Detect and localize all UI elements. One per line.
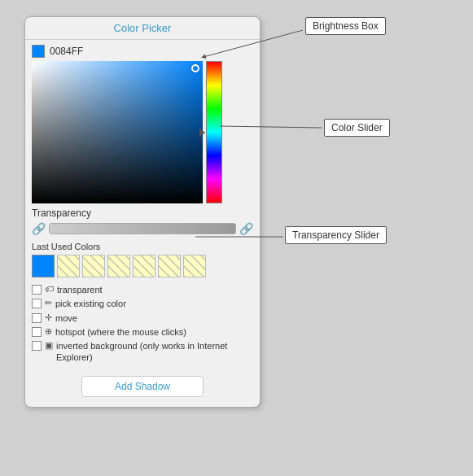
trans-icon-right: 🔗 bbox=[239, 222, 253, 235]
last-used-label: Last Used Colors bbox=[32, 242, 253, 251]
transparency-row: 🔗 🔗 bbox=[25, 221, 260, 237]
option-text-transparent: transparent bbox=[57, 284, 103, 295]
color-slider-bar[interactable] bbox=[206, 61, 222, 203]
last-used-section: Last Used Colors bbox=[25, 237, 260, 279]
checkbox-transparent[interactable] bbox=[32, 285, 42, 295]
checkbox-move[interactable] bbox=[32, 313, 42, 323]
option-row-hotspot: ⊕ hotspot (where the mouse clicks) bbox=[32, 326, 253, 338]
trans-icon-left: 🔗 bbox=[32, 222, 46, 235]
panel-title: Color Picker bbox=[25, 17, 260, 40]
color-slider-arrow bbox=[199, 129, 205, 137]
last-used-swatch-3[interactable] bbox=[107, 255, 130, 277]
last-used-current[interactable] bbox=[32, 255, 55, 277]
icon-hotspot: ⊕ bbox=[45, 326, 52, 337]
last-used-swatch-5[interactable] bbox=[158, 255, 181, 277]
annotation-brightness-box: Brightness Box bbox=[305, 17, 386, 35]
add-shadow-button[interactable]: Add Shadow bbox=[81, 376, 204, 397]
option-row-inverted: ▣ inverted background (only works in Int… bbox=[32, 340, 253, 364]
transparency-label: Transparency bbox=[25, 203, 260, 221]
last-used-swatch-4[interactable] bbox=[133, 255, 155, 277]
color-swatch-small bbox=[32, 45, 45, 58]
option-row-move: ✛ move bbox=[32, 312, 253, 324]
checkbox-pick[interactable] bbox=[32, 299, 42, 308]
last-used-row bbox=[32, 255, 253, 277]
transparency-slider[interactable] bbox=[49, 223, 236, 234]
option-row-pick: ✏ pick existing color bbox=[32, 298, 253, 309]
annotation-transparency-slider: Transparency Slider bbox=[285, 226, 387, 244]
icon-pick: ✏ bbox=[45, 298, 52, 308]
option-text-pick: pick existing color bbox=[55, 298, 126, 309]
last-used-swatch-2[interactable] bbox=[82, 255, 105, 277]
option-text-hotspot: hotspot (where the mouse clicks) bbox=[55, 326, 186, 338]
picker-area bbox=[25, 61, 260, 203]
last-used-swatch-1[interactable] bbox=[57, 255, 80, 277]
option-text-move: move bbox=[55, 312, 77, 324]
color-picker-panel: Color Picker 0084FF Transparency 🔗 � bbox=[24, 16, 261, 408]
checkbox-inverted[interactable] bbox=[32, 341, 42, 351]
icon-move: ✛ bbox=[45, 312, 52, 323]
annotation-color-slider: Color Slider bbox=[324, 119, 390, 137]
color-slider-container bbox=[206, 61, 222, 203]
hex-value: 0084FF bbox=[50, 46, 83, 57]
gradient-box[interactable] bbox=[32, 61, 203, 203]
checkbox-hotspot[interactable] bbox=[32, 327, 42, 337]
icon-transparent: 🏷 bbox=[45, 284, 54, 294]
options-section: 🏷 transparent ✏ pick existing color ✛ mo… bbox=[25, 279, 260, 368]
option-row-transparent: 🏷 transparent bbox=[32, 284, 253, 295]
last-used-swatch-6[interactable] bbox=[183, 255, 206, 277]
option-text-inverted: inverted background (only works in Inter… bbox=[56, 340, 253, 364]
color-display-row: 0084FF bbox=[25, 40, 260, 61]
icon-inverted: ▣ bbox=[45, 340, 53, 351]
